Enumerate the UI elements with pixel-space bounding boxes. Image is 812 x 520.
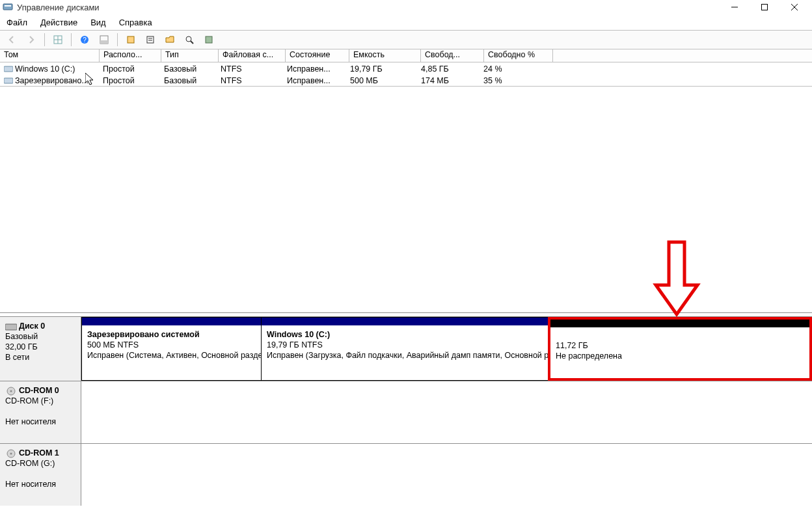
svg-line-4: [791, 4, 798, 10]
maximize-button[interactable]: [750, 0, 779, 14]
disk-type: Базовый: [5, 332, 38, 341]
disk-name: Диск 0: [19, 322, 45, 331]
volume-list-pane: Том Располо... Тип Файловая с... Состоян…: [0, 49, 812, 312]
open-button[interactable]: [162, 32, 178, 48]
disk-map-pane: Диск 0 Базовый 32,00 ГБ В сети Зарезерви…: [0, 317, 812, 506]
disk-row: CD-ROM 1 CD-ROM (G:) Нет носителя: [0, 444, 812, 506]
cell-capacity: 19,79 ГБ: [346, 64, 417, 74]
properties-button[interactable]: [142, 32, 158, 48]
view-grid-button[interactable]: [50, 32, 66, 48]
cell-layout: Простой: [99, 76, 160, 85]
settings-button[interactable]: [201, 32, 217, 48]
disk-status: Нет носителя: [5, 480, 56, 489]
col-volume[interactable]: Том: [0, 49, 100, 62]
partition-size: 11,72 ГБ: [556, 340, 804, 351]
col-free[interactable]: Свобод...: [421, 49, 484, 62]
cell-status: Исправен...: [283, 76, 346, 85]
refresh-button[interactable]: [123, 32, 139, 48]
svg-line-18: [191, 41, 193, 44]
minimize-button[interactable]: [720, 0, 750, 14]
cell-freepct: 24 %: [480, 64, 548, 74]
partition-status: Не распределена: [556, 351, 804, 361]
drive-icon: [4, 65, 13, 73]
partition-size: 500 МБ NTFS: [87, 340, 256, 350]
svg-point-26: [10, 452, 12, 454]
svg-rect-21: [4, 78, 13, 83]
disk-type: CD-ROM (G:): [5, 459, 55, 468]
svg-rect-3: [762, 5, 768, 10]
col-capacity[interactable]: Емкость: [349, 49, 421, 62]
cell-capacity: 500 МБ: [346, 76, 417, 85]
partition-title: Windows 10 (C:): [267, 329, 543, 340]
svg-rect-20: [4, 66, 13, 72]
disk-status: В сети: [5, 353, 29, 362]
cdrom-icon: [5, 449, 17, 458]
cell-type: Базовый: [160, 64, 217, 74]
menu-file[interactable]: Файл: [7, 18, 27, 27]
disk-label-cell[interactable]: Диск 0 Базовый 32,00 ГБ В сети: [0, 317, 81, 381]
forward-button[interactable]: [23, 32, 39, 48]
svg-rect-13: [128, 36, 134, 43]
table-row[interactable]: Windows 10 (C:) Простой Базовый NTFS Исп…: [0, 62, 812, 74]
partition[interactable]: Зарезервировано системой 500 МБ NTFS Исп…: [81, 317, 261, 381]
cdrom-icon: [5, 387, 17, 396]
cell-free: 174 МБ: [417, 76, 480, 85]
cell-layout: Простой: [99, 64, 160, 74]
svg-rect-1: [5, 5, 11, 7]
menubar: Файл Действие Вид Справка: [0, 14, 812, 30]
svg-rect-12: [100, 40, 108, 44]
list-bottom-button[interactable]: [96, 32, 112, 48]
help-button[interactable]: ?: [77, 32, 92, 48]
svg-point-17: [186, 36, 191, 42]
back-button[interactable]: [4, 32, 20, 48]
svg-line-5: [791, 4, 798, 10]
col-layout[interactable]: Располо...: [100, 49, 161, 62]
partition-status: Исправен (Загрузка, Файл подкачки, Авари…: [267, 350, 543, 361]
disk-name: CD-ROM 0: [19, 386, 59, 395]
disk-label-cell[interactable]: CD-ROM 0 CD-ROM (F:) Нет носителя: [0, 381, 81, 443]
menu-action[interactable]: Действие: [40, 18, 77, 27]
cell-name: Зарезервировано...: [15, 76, 88, 85]
menu-help[interactable]: Справка: [119, 18, 152, 27]
volume-table-header: Том Располо... Тип Файловая с... Состоян…: [0, 49, 812, 62]
disk-row: CD-ROM 0 CD-ROM (F:) Нет носителя: [0, 381, 812, 444]
partition-stripe: [82, 318, 261, 325]
svg-rect-22: [5, 324, 17, 330]
disk-label-cell[interactable]: CD-ROM 1 CD-ROM (G:) Нет носителя: [0, 444, 81, 506]
col-filesystem[interactable]: Файловая с...: [219, 49, 286, 62]
partition-stripe: [550, 320, 809, 327]
app-icon: [3, 2, 13, 12]
disk-name: CD-ROM 1: [19, 448, 59, 458]
table-row[interactable]: Зарезервировано... Простой Базовый NTFS …: [0, 74, 812, 86]
disk-type: CD-ROM (F:): [5, 396, 53, 405]
cell-status: Исправен...: [283, 64, 346, 74]
cell-free: 4,85 ГБ: [417, 64, 480, 74]
cell-fs: NTFS: [217, 64, 283, 74]
partition[interactable]: Windows 10 (C:) 19,79 ГБ NTFS Исправен (…: [261, 317, 548, 381]
cell-fs: NTFS: [217, 76, 283, 85]
partition-title: Зарезервировано системой: [87, 329, 256, 340]
svg-text:?: ?: [83, 36, 87, 44]
col-type[interactable]: Тип: [161, 49, 219, 62]
cell-name: Windows 10 (C:): [15, 64, 75, 74]
partition-unallocated[interactable]: 11,72 ГБ Не распределена: [548, 317, 812, 381]
hdd-icon: [5, 322, 17, 331]
cell-freepct: 35 %: [480, 76, 548, 85]
partition-stripe: [262, 318, 548, 325]
svg-rect-19: [206, 36, 212, 43]
svg-rect-0: [3, 4, 12, 10]
partition-status: Исправен (Система, Активен, Основной раз…: [87, 350, 256, 361]
window-title: Управление дисками: [17, 3, 100, 12]
pane-splitter[interactable]: [0, 312, 812, 317]
menu-view[interactable]: Вид: [90, 18, 106, 27]
disk-status: Нет носителя: [5, 417, 56, 426]
col-status[interactable]: Состояние: [286, 49, 349, 62]
svg-point-24: [10, 390, 12, 392]
drive-icon: [4, 77, 13, 85]
disk-size: 32,00 ГБ: [5, 342, 38, 351]
col-freepct[interactable]: Свободно %: [484, 49, 553, 62]
close-button[interactable]: [779, 0, 809, 14]
disk-row: Диск 0 Базовый 32,00 ГБ В сети Зарезерви…: [0, 317, 812, 381]
find-button[interactable]: [182, 32, 197, 48]
partition-size: 19,79 ГБ NTFS: [267, 340, 543, 350]
